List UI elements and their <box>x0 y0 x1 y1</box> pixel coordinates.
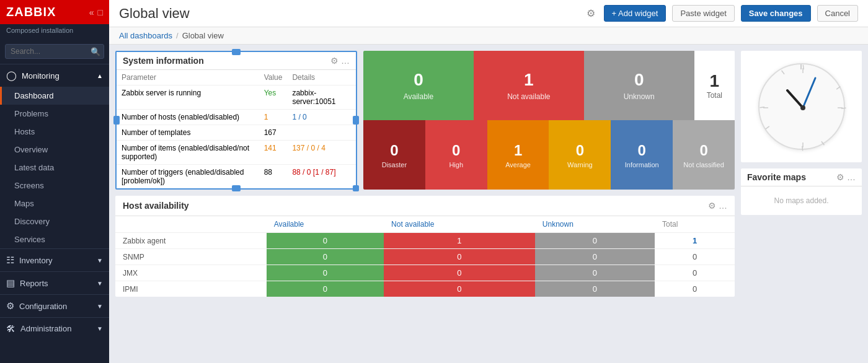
avail-not-available-count: 1 <box>524 70 534 90</box>
ha-available-ipmi: 0 <box>267 281 384 297</box>
sys-row-items: Number of items (enabled/disabled/not su… <box>117 141 356 165</box>
ha-available-zabbix-agent: 0 <box>267 233 384 249</box>
svg-line-5 <box>841 107 846 110</box>
reports-chevron: ▼ <box>97 280 103 287</box>
configuration-header[interactable]: ⚙ Configuration ▼ <box>0 295 109 317</box>
collapse-sidebar-icon[interactable]: « <box>89 7 94 17</box>
sidebar-item-services[interactable]: Services <box>0 230 109 248</box>
logo[interactable]: ZABBIX <box>6 5 56 19</box>
ha-row-snmp: SNMP 0 0 0 0 <box>115 249 735 265</box>
severity-information-label: Information <box>625 161 659 168</box>
resize-left[interactable] <box>113 116 120 125</box>
ha-col-available-link[interactable]: Available <box>274 220 304 229</box>
sidebar-header: ZABBIX « □ <box>0 0 109 24</box>
ha-total-jmx: 0 <box>655 265 735 281</box>
severity-notclassified-count: 0 <box>699 142 707 159</box>
administration-header[interactable]: 🛠 Administration ▼ <box>0 318 109 339</box>
sidebar-item-discovery[interactable]: Discovery <box>0 212 109 230</box>
sys-details-server: zabbix-server:10051 <box>287 85 356 110</box>
cancel-button[interactable]: Cancel <box>817 5 858 22</box>
resize-top[interactable] <box>232 49 241 55</box>
severity-high-count: 0 <box>452 142 460 159</box>
sidebar-header-icons: « □ <box>89 7 103 17</box>
monitoring-icon: ◯ <box>6 70 17 81</box>
ha-col-unknown-link[interactable]: Unknown <box>542 220 574 229</box>
fav-maps-settings-icon[interactable]: ⚙ <box>836 172 844 182</box>
monitoring-chevron: ▲ <box>97 72 103 79</box>
ha-col-not-available: Not available <box>384 216 535 233</box>
topbar: Global view ⚙ + Add widget Paste widget … <box>109 0 868 27</box>
severity-high-label: High <box>449 161 463 168</box>
expand-icon[interactable]: □ <box>98 7 103 17</box>
reports-header[interactable]: ▤ Reports ▼ <box>0 272 109 294</box>
sys-val-hosts: 1 <box>259 110 288 125</box>
host-avail-controls: ⚙ … <box>708 201 727 211</box>
resize-right[interactable] <box>353 116 359 125</box>
svg-line-4 <box>836 85 840 90</box>
host-avail-widget: Host availability ⚙ … Available Not avai… <box>115 196 735 297</box>
monitoring-header[interactable]: ◯ Monitoring ▲ <box>0 64 109 87</box>
breadcrumb-all-dashboards[interactable]: All dashboards <box>119 31 172 40</box>
sidebar-item-dashboard[interactable]: Dashboard <box>0 87 109 105</box>
ha-notavailable-zabbix-agent: 1 <box>384 233 535 249</box>
severity-information-count: 0 <box>638 142 646 159</box>
severity-notclassified: 0 Not classified <box>673 120 735 190</box>
inventory-header[interactable]: ☷ Inventory ▼ <box>0 249 109 271</box>
sidebar-item-problems[interactable]: Problems <box>0 105 109 123</box>
add-widget-button[interactable]: + Add widget <box>604 5 666 22</box>
ha-row-ipmi: IPMI 0 0 0 0 <box>115 281 735 297</box>
dashboard-area: System information ⚙ … Parameter Value D… <box>109 45 868 363</box>
settings-button[interactable]: ⚙ <box>584 5 598 22</box>
host-avail-menu-icon[interactable]: … <box>719 201 727 211</box>
ha-name-zabbix-agent: Zabbix agent <box>115 233 267 249</box>
avail-available-count: 0 <box>414 70 423 90</box>
host-avail-title: Host availability <box>123 201 189 211</box>
sys-row-templates: Number of templates 167 <box>117 125 356 141</box>
ha-col-name <box>115 216 267 233</box>
ha-name-snmp: SNMP <box>115 249 267 265</box>
ha-col-notavailable-link[interactable]: Not available <box>391 220 434 229</box>
top-row: System information ⚙ … Parameter Value D… <box>115 51 735 190</box>
sys-details-templates <box>287 125 356 141</box>
sidebar-item-maps[interactable]: Maps <box>0 195 109 212</box>
fav-maps-header: Favorite maps ⚙ … <box>741 168 862 186</box>
configuration-chevron: ▼ <box>97 303 103 310</box>
host-avail-settings-icon[interactable]: ⚙ <box>708 201 716 211</box>
avail-unknown-count: 0 <box>634 70 644 90</box>
severity-disaster-count: 0 <box>390 142 398 159</box>
severity-high: 0 High <box>425 120 487 190</box>
sys-val-triggers: 88 <box>259 165 288 189</box>
avail-bottom: 0 Disaster 0 High 1 Average 0 <box>363 120 735 190</box>
search-input[interactable] <box>5 44 104 59</box>
sidebar-item-latest-data[interactable]: Latest data <box>0 159 109 177</box>
sys-row-hosts: Number of hosts (enabled/disabled) 1 1 /… <box>117 110 356 125</box>
severity-notclassified-label: Not classified <box>683 161 724 168</box>
system-info-settings-icon[interactable]: ⚙ <box>330 56 339 66</box>
main-content: Global view ⚙ + Add widget Paste widget … <box>109 0 868 363</box>
ha-total-zabbix-agent: 1 <box>655 233 735 249</box>
inventory-section: ☷ Inventory ▼ <box>0 248 109 271</box>
clock-face <box>758 63 845 150</box>
sidebar-item-screens[interactable]: Screens <box>0 177 109 195</box>
sidebar-item-overview[interactable]: Overview <box>0 141 109 159</box>
severity-disaster: 0 Disaster <box>363 120 425 190</box>
monitoring-label: Monitoring <box>22 71 60 81</box>
avail-available-label: Available <box>404 92 433 101</box>
sys-param-items: Number of items (enabled/disabled/not su… <box>117 141 259 165</box>
sys-row-server: Zabbix server is running Yes zabbix-serv… <box>117 85 356 110</box>
search-box: 🔍 <box>5 44 104 59</box>
fav-maps-menu-icon[interactable]: … <box>847 172 856 182</box>
monitoring-section: ◯ Monitoring ▲ Dashboard Problems Hosts … <box>0 64 109 248</box>
breadcrumb-current: Global view <box>182 31 224 40</box>
sidebar-item-hosts[interactable]: Hosts <box>0 123 109 141</box>
ha-total-ipmi: 0 <box>655 281 735 297</box>
system-info-menu-icon[interactable]: … <box>341 56 350 66</box>
severity-warning: 0 Warning <box>549 120 611 190</box>
save-changes-button[interactable]: Save changes <box>741 5 811 22</box>
paste-widget-button[interactable]: Paste widget <box>672 5 734 22</box>
sys-param-server: Zabbix server is running <box>117 85 259 110</box>
resize-bottom[interactable] <box>232 185 241 191</box>
resize-corner[interactable] <box>353 185 359 191</box>
avail-not-available-label: Not available <box>507 92 550 101</box>
ha-total-snmp: 0 <box>655 249 735 265</box>
